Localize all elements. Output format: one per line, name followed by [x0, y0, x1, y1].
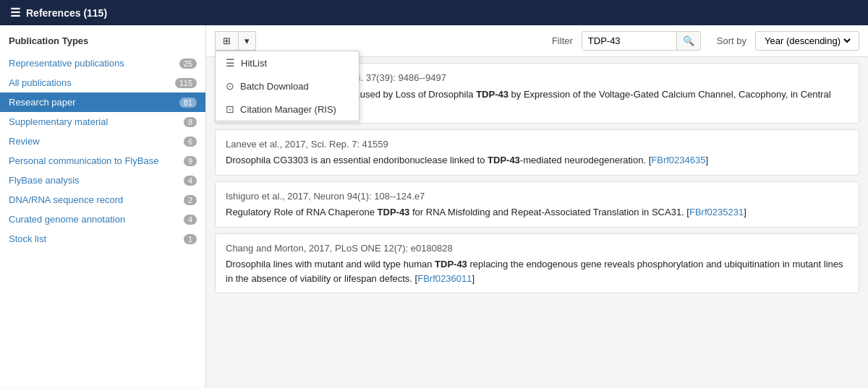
chevron-down-icon: ▾: [244, 35, 250, 46]
pub-text-1: Drosophila CG3303 is an essential endori…: [226, 155, 488, 165]
pub-keyword-1: TDP-43: [488, 155, 520, 165]
dropdown-menu: ☰ HitList ⊙ Batch Download ⊡ Citation Ma…: [215, 51, 359, 121]
sidebar-item-label-4: Review: [9, 136, 40, 147]
dropdown-item-label-1: Batch Download: [240, 81, 309, 92]
pub-text-2: Regulatory Role of RNA Chaperone: [226, 207, 378, 217]
sidebar-item-badge-3: 8: [184, 117, 197, 127]
sort-label: Sort by: [717, 35, 746, 46]
dropdown-item-1[interactable]: ⊙ Batch Download: [216, 74, 359, 98]
toolbar: ⊞ ▾ ☰ HitList ⊙ Batch Download ⊡ Citatio…: [206, 25, 868, 57]
sidebar-item-badge-5: 9: [184, 156, 197, 166]
dropdown-item-0[interactable]: ☰ HitList: [216, 51, 359, 74]
action-dropdown-btn[interactable]: ▾: [239, 31, 256, 51]
sidebar-item-badge-1: 115: [175, 78, 197, 88]
dropdown-item-label-0: HitList: [241, 58, 267, 69]
header-icon: ☰: [10, 6, 20, 20]
sidebar-item-label-1: All publications: [9, 77, 72, 88]
action-button[interactable]: ⊞: [215, 31, 239, 51]
sidebar-item-label-8: Curated genome annotation: [9, 214, 125, 225]
sidebar-item-label-7: DNA/RNA sequence record: [9, 194, 123, 205]
pub-text-2: for RNA Misfolding and Repeat-Associated…: [409, 207, 689, 217]
pub-text-3: Drosophila lines with mutant and wild ty…: [226, 259, 435, 270]
sidebar-item-1[interactable]: All publications 115: [0, 73, 205, 92]
filter-input-wrap: 🔍: [582, 31, 701, 51]
sidebar-item-label-9: Stock list: [9, 233, 46, 244]
search-icon: 🔍: [683, 35, 694, 46]
sort-select-wrapper: Year (descending) Year (ascending) Autho…: [755, 31, 859, 51]
sort-select[interactable]: Year (descending) Year (ascending) Autho…: [762, 35, 853, 47]
sidebar-item-5[interactable]: Personal communication to FlyBase 9: [0, 151, 205, 171]
pub-citation-1: Laneve et al., 2017, Sci. Rep. 7: 41559: [226, 137, 848, 152]
sidebar-item-badge-9: 1: [184, 234, 197, 244]
pub-keyword-0: TDP-43: [476, 89, 509, 100]
sidebar-item-0[interactable]: Representative publications 25: [0, 53, 205, 73]
sidebar-title: Publication Types: [0, 33, 205, 53]
sidebar-item-badge-6: 4: [184, 176, 197, 186]
action-dropdown-wrapper: ⊞ ▾ ☰ HitList ⊙ Batch Download ⊡ Citatio…: [215, 31, 256, 51]
action-btn-group: ⊞ ▾: [215, 31, 256, 51]
search-button[interactable]: 🔍: [676, 32, 700, 50]
sidebar-item-9[interactable]: Stock list 1: [0, 229, 205, 249]
pub-link-3[interactable]: FBrf0236011: [417, 273, 472, 284]
pub-card-2: Ishiguro et al., 2017, Neuron 94(1): 108…: [215, 181, 859, 228]
dropdown-item-icon-1: ⊙: [226, 80, 234, 92]
sidebar-item-badge-8: 4: [184, 215, 197, 225]
sidebar-item-3[interactable]: Supplementary material 8: [0, 112, 205, 132]
pub-link-2[interactable]: FBrf0235231: [689, 207, 744, 217]
pub-citation-3: Chang and Morton, 2017, PLoS ONE 12(7): …: [226, 241, 848, 256]
pub-title-1: Drosophila CG3303 is an essential endori…: [226, 153, 848, 168]
pub-text-2: ]: [744, 207, 746, 217]
pub-citation-2: Ishiguro et al., 2017, Neuron 94(1): 108…: [226, 189, 848, 204]
pub-keyword-3: TDP-43: [435, 259, 467, 270]
main-layout: Publication Types Representative publica…: [0, 25, 868, 387]
header-bar: ☰ References (115): [0, 0, 868, 25]
dropdown-item-label-2: Citation Manager (RIS): [240, 104, 336, 115]
sidebar-item-label-2: Research paper: [9, 97, 76, 108]
sidebar: Publication Types Representative publica…: [0, 25, 206, 387]
sidebar-item-badge-7: 2: [184, 195, 197, 205]
action-icon: ⊞: [223, 35, 231, 46]
sidebar-item-4[interactable]: Review 6: [0, 132, 205, 151]
sidebar-item-label-0: Representative publications: [9, 58, 124, 69]
content-area: ⊞ ▾ ☰ HitList ⊙ Batch Download ⊡ Citatio…: [206, 25, 868, 387]
pub-text-3: ]: [472, 273, 475, 284]
dropdown-item-icon-2: ⊡: [226, 103, 234, 115]
dropdown-item-icon-0: ☰: [226, 57, 235, 69]
sidebar-item-badge-0: 25: [179, 59, 197, 69]
pub-text-1: -mediated neurodegeneration. [: [520, 155, 651, 165]
sidebar-item-7[interactable]: DNA/RNA sequence record 2: [0, 190, 205, 210]
pub-card-1: Laneve et al., 2017, Sci. Rep. 7: 41559 …: [215, 129, 859, 176]
sidebar-item-6[interactable]: FlyBase analysis 4: [0, 171, 205, 190]
filter-input[interactable]: [582, 32, 676, 50]
pub-text-1: ]: [705, 155, 708, 165]
dropdown-item-2[interactable]: ⊡ Citation Manager (RIS): [216, 98, 359, 121]
pub-keyword-2: TDP-43: [378, 207, 410, 217]
sidebar-item-label-6: FlyBase analysis: [9, 175, 80, 186]
sidebar-item-2[interactable]: Research paper 81: [0, 92, 205, 112]
pub-card-3: Chang and Morton, 2017, PLoS ONE 12(7): …: [215, 233, 859, 294]
sidebar-item-label-3: Supplementary material: [9, 116, 108, 127]
sidebar-item-badge-2: 81: [179, 98, 197, 108]
pub-title-2: Regulatory Role of RNA Chaperone TDP-43 …: [226, 205, 848, 220]
filter-label: Filter: [552, 35, 573, 46]
pub-title-3: Drosophila lines with mutant and wild ty…: [226, 257, 848, 285]
sidebar-item-badge-4: 6: [184, 137, 197, 147]
header-title: References (115): [26, 7, 107, 19]
pub-link-1[interactable]: FBrf0234635: [651, 155, 705, 165]
sidebar-item-8[interactable]: Curated genome annotation 4: [0, 210, 205, 229]
sidebar-item-label-5: Personal communication to FlyBase: [9, 155, 158, 166]
